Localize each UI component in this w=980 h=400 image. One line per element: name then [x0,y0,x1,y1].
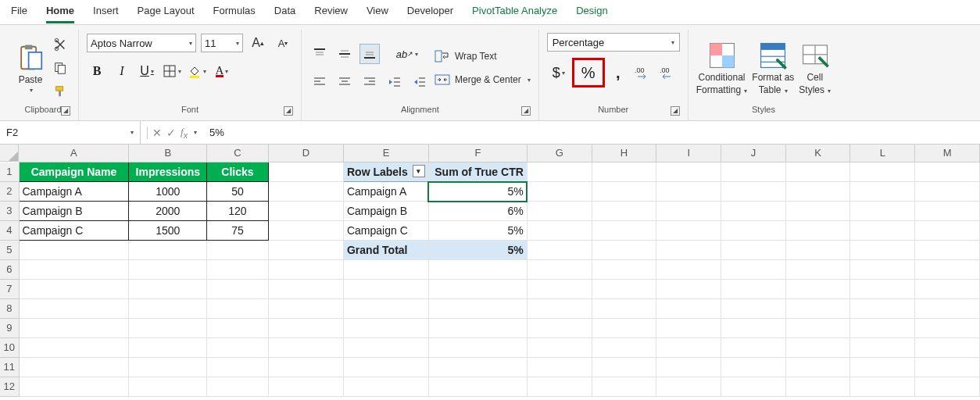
cell-D2[interactable] [268,182,343,202]
cell[interactable] [207,319,269,338]
cell[interactable] [721,299,786,319]
row-header-1[interactable]: 1 [0,162,19,182]
increase-decimal-button[interactable]: .00 [633,62,653,83]
cell-C2[interactable]: 50 [207,182,269,202]
col-header-I[interactable]: I [656,145,721,162]
cell-C4[interactable]: 75 [207,221,269,241]
cell-F2[interactable]: 5% [428,182,527,202]
tab-file[interactable]: File [11,5,27,21]
cell-A5[interactable] [19,241,129,260]
cell-D4[interactable] [268,221,343,241]
cell[interactable] [527,221,592,241]
cell[interactable] [428,358,527,377]
cell[interactable] [721,338,786,358]
cell[interactable] [527,319,592,338]
cell-D5[interactable] [268,241,343,260]
row-header-8[interactable]: 8 [0,299,19,319]
cell[interactable] [785,299,850,319]
cell[interactable] [592,299,656,319]
cell[interactable] [915,377,980,397]
cell[interactable] [527,241,592,260]
tab-formulas[interactable]: Formulas [213,5,256,21]
col-header-L[interactable]: L [850,145,915,162]
row-header-6[interactable]: 6 [0,260,19,280]
cell[interactable] [915,182,980,202]
cell[interactable] [656,319,721,338]
cell[interactable] [343,319,428,338]
cell[interactable] [785,358,850,377]
cell-E5[interactable]: Grand Total [343,241,428,260]
cell[interactable] [19,377,129,397]
cell-A3[interactable]: Campaign B [19,202,129,221]
formula-input[interactable]: 5% [203,127,980,138]
increase-font-button[interactable]: A▴ [248,33,268,53]
cell-E1[interactable]: Row Labels▾ [343,162,428,182]
row-header-12[interactable]: 12 [0,377,19,397]
cancel-formula-button[interactable]: ✕ [152,127,162,139]
tab-review[interactable]: Review [314,5,348,21]
cell[interactable] [721,241,786,260]
cell[interactable] [656,280,721,299]
font-color-button[interactable]: A▾ [212,61,232,81]
row-header-5[interactable]: 5 [0,241,19,260]
row-header-9[interactable]: 9 [0,319,19,338]
decrease-indent-button[interactable] [384,72,405,92]
alignment-dialog-launcher[interactable]: ◢ [521,106,531,116]
cell[interactable] [721,358,786,377]
cell[interactable] [343,280,428,299]
cell[interactable] [721,260,786,280]
cell-A1[interactable]: Campaign Name [19,162,129,182]
row-header-2[interactable]: 2 [0,182,19,202]
cell[interactable] [343,260,428,280]
cell[interactable] [656,162,721,182]
cell[interactable] [592,377,656,397]
cell[interactable] [850,162,915,182]
align-left-button[interactable] [309,72,330,92]
cell[interactable] [785,182,850,202]
align-middle-button[interactable] [334,44,355,64]
cell[interactable] [207,280,269,299]
bold-button[interactable]: B [87,61,107,81]
cell[interactable] [721,221,786,241]
cell[interactable] [721,182,786,202]
cell[interactable] [850,299,915,319]
pivot-filter-button[interactable]: ▾ [413,165,425,177]
cell-B3[interactable]: 2000 [129,202,207,221]
cell-C5[interactable] [207,241,269,260]
tab-design[interactable]: Design [576,5,607,21]
cell-F1[interactable]: Sum of True CTR [428,162,527,182]
borders-button[interactable]: ▾ [162,61,182,81]
cell[interactable] [915,241,980,260]
comma-format-button[interactable]: , [608,62,628,83]
font-name-select[interactable]: Aptos Narrow ▾ [87,34,196,52]
cell[interactable] [19,299,129,319]
orientation-button[interactable]: ab↗▾ [397,44,417,64]
col-header-E[interactable]: E [343,145,428,162]
cell[interactable] [527,162,592,182]
cell[interactable] [268,280,343,299]
cell[interactable] [268,358,343,377]
cell[interactable] [785,280,850,299]
cell-styles-button[interactable]: Cell Styles ▾ [799,41,831,95]
cell[interactable] [656,221,721,241]
select-all-button[interactable] [0,145,19,162]
cell[interactable] [19,260,129,280]
cell[interactable] [592,221,656,241]
cell-F5[interactable]: 5% [428,241,527,260]
format-as-table-button[interactable]: Format as Table ▾ [752,41,794,95]
cell[interactable] [656,241,721,260]
insert-function-button[interactable]: fx [181,126,188,140]
cell[interactable] [785,338,850,358]
cell[interactable] [129,377,207,397]
cell[interactable] [592,358,656,377]
cell[interactable] [915,338,980,358]
col-header-C[interactable]: C [207,145,269,162]
cell[interactable] [527,299,592,319]
cell[interactable] [527,182,592,202]
cell[interactable] [656,260,721,280]
cell[interactable] [592,319,656,338]
cell[interactable] [129,319,207,338]
cell[interactable] [915,299,980,319]
font-dialog-launcher[interactable]: ◢ [284,106,293,116]
cell[interactable] [268,260,343,280]
